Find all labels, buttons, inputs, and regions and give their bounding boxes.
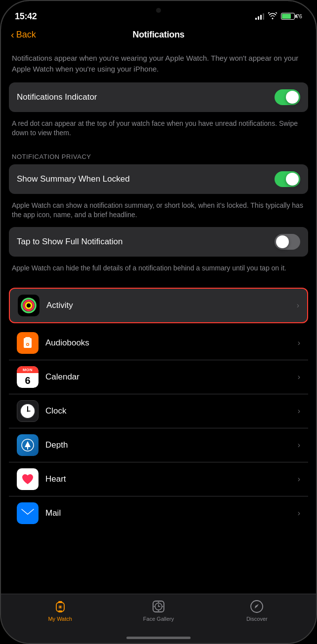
chevron-right-icon: › xyxy=(298,441,300,450)
toggle-knob xyxy=(286,91,299,104)
svg-point-8 xyxy=(27,344,29,345)
chevron-right-icon: › xyxy=(298,339,300,347)
tab-bar: My Watch Face Gallery xyxy=(1,594,316,637)
mail-icon xyxy=(17,502,39,524)
intro-description: Notifications appear when you're wearing… xyxy=(1,50,316,82)
status-bar: 15:42 xyxy=(1,1,316,28)
app-list-item-activity[interactable]: Activity › xyxy=(9,288,308,323)
summary-description: Apple Watch can show a notification summ… xyxy=(1,197,316,227)
heart-icon xyxy=(17,468,39,490)
app-list-item-calendar[interactable]: MON 6 Calendar › xyxy=(9,360,308,394)
app-list-item-depth[interactable]: Depth › xyxy=(9,428,308,462)
clock-icon xyxy=(17,400,39,422)
signal-bars-icon xyxy=(255,13,264,20)
app-list-item-mail[interactable]: Mail › xyxy=(9,496,308,530)
status-icons: 76 xyxy=(255,12,302,21)
show-summary-label: Show Summary When Locked xyxy=(17,174,130,184)
app-list-item-heart[interactable]: Heart › xyxy=(9,462,308,496)
battery-text: 76 xyxy=(296,13,302,19)
tap-to-show-toggle[interactable] xyxy=(275,234,300,250)
chevron-left-icon: ‹ xyxy=(11,29,14,40)
page-title: Notifications xyxy=(132,30,184,40)
audiobooks-label: Audiobooks xyxy=(45,338,298,348)
discover-tab-label: Discover xyxy=(246,616,268,622)
battery-box xyxy=(281,13,295,20)
calendar-label: Calendar xyxy=(45,372,298,382)
depth-label: Depth xyxy=(45,440,298,450)
svg-point-13 xyxy=(27,411,29,412)
svg-marker-15 xyxy=(25,441,31,447)
camera-notch xyxy=(156,8,161,13)
toggle-knob xyxy=(286,173,299,186)
tab-face-gallery[interactable]: Face Gallery xyxy=(109,599,207,622)
svg-point-22 xyxy=(59,606,61,608)
notifications-indicator-row[interactable]: Notifications Indicator xyxy=(9,82,308,112)
tab-my-watch[interactable]: My Watch xyxy=(11,599,109,622)
svg-rect-19 xyxy=(58,601,62,603)
back-button[interactable]: ‹ Back xyxy=(11,30,36,40)
wifi-icon xyxy=(268,12,277,21)
chevron-right-icon: › xyxy=(297,301,299,310)
app-list-item-audiobooks[interactable]: Audiobooks › xyxy=(9,326,308,360)
toggle-knob xyxy=(276,235,289,248)
activity-label: Activity xyxy=(46,301,297,310)
show-summary-toggle[interactable] xyxy=(275,171,300,187)
depth-icon xyxy=(17,434,39,456)
svg-rect-20 xyxy=(58,610,62,612)
phone-frame: 15:42 xyxy=(0,0,317,644)
indicator-description: A red dot can appear at the top of your … xyxy=(1,115,316,145)
home-indicator xyxy=(1,637,316,643)
tap-description: Apple Watch can hide the full details of… xyxy=(1,260,316,280)
status-time: 15:42 xyxy=(15,11,37,22)
calendar-icon: MON 6 xyxy=(17,366,39,388)
svg-marker-32 xyxy=(255,604,259,608)
clock-label: Clock xyxy=(45,406,298,416)
notifications-indicator-toggle[interactable] xyxy=(275,89,300,105)
svg-rect-17 xyxy=(21,508,34,518)
mail-label: Mail xyxy=(45,508,298,518)
app-list-item-clock[interactable]: Clock › xyxy=(9,394,308,428)
battery-fill xyxy=(282,14,291,19)
back-label: Back xyxy=(16,30,36,40)
chevron-right-icon: › xyxy=(298,509,300,518)
phone-screen: 15:42 xyxy=(1,1,316,643)
tab-discover[interactable]: Discover xyxy=(208,599,306,622)
activity-icon xyxy=(18,295,40,316)
face-gallery-icon xyxy=(151,599,166,614)
content-area: Notifications appear when you're wearing… xyxy=(1,45,316,594)
my-watch-icon xyxy=(53,599,68,614)
tap-to-show-label: Tap to Show Full Notification xyxy=(17,237,123,247)
navigation-bar: ‹ Back Notifications xyxy=(1,28,316,45)
my-watch-tab-label: My Watch xyxy=(48,616,72,622)
heart-label: Heart xyxy=(45,474,298,484)
chevron-right-icon: › xyxy=(298,373,300,381)
home-bar xyxy=(126,637,191,639)
notifications-indicator-label: Notifications Indicator xyxy=(17,92,97,102)
chevron-right-icon: › xyxy=(298,475,300,484)
discover-icon xyxy=(249,599,264,614)
tap-to-show-row[interactable]: Tap to Show Full Notification xyxy=(9,227,308,257)
privacy-section-header: NOTIFICATION PRIVACY xyxy=(1,145,316,164)
audiobooks-icon xyxy=(17,332,39,354)
show-summary-row[interactable]: Show Summary When Locked xyxy=(9,164,308,194)
chevron-right-icon: › xyxy=(298,407,300,416)
battery-indicator: 76 xyxy=(281,13,302,20)
face-gallery-tab-label: Face Gallery xyxy=(143,616,174,622)
